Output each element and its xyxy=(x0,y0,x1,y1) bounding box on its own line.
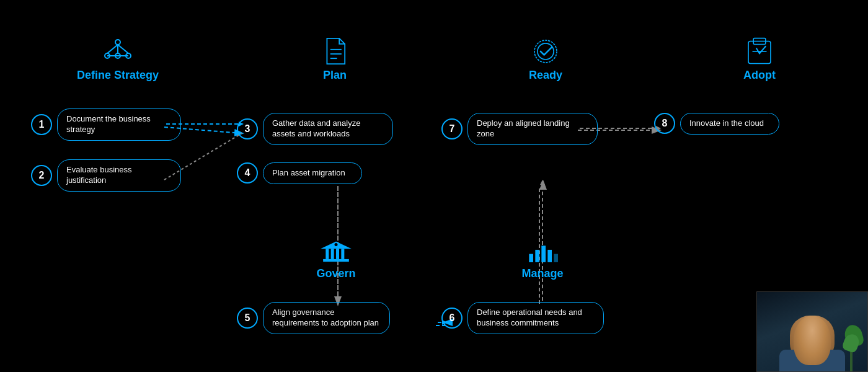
svg-rect-30 xyxy=(326,249,329,259)
step-1-box: 1 Document the business strategy xyxy=(31,108,181,141)
phase-title-ready: Ready xyxy=(529,69,562,82)
step-6-label: Define operational needs and business co… xyxy=(467,302,604,334)
step-3-box: 3 Gather data and analyze assets and wor… xyxy=(237,113,393,145)
svg-marker-14 xyxy=(540,180,545,185)
svg-point-17 xyxy=(115,40,120,45)
step-7-label: Deploy an aligned landing zone xyxy=(467,113,598,145)
network-icon xyxy=(102,37,133,65)
svg-rect-37 xyxy=(535,250,539,262)
svg-line-22 xyxy=(118,45,128,53)
svg-line-21 xyxy=(107,45,118,53)
step-4-number: 4 xyxy=(237,162,258,184)
svg-rect-41 xyxy=(529,260,533,262)
step-5-number: 5 xyxy=(237,308,258,329)
svg-rect-39 xyxy=(547,250,552,262)
svg-rect-32 xyxy=(336,249,339,259)
manage-icon xyxy=(527,239,558,264)
step-2-number: 2 xyxy=(31,165,52,186)
step-4-label: Plan asset migration xyxy=(263,162,362,184)
step-6-box: 6 Define operational needs and business … xyxy=(441,302,604,334)
phase-govern: Govern xyxy=(299,239,373,280)
phase-define-strategy: Define Strategy xyxy=(74,37,161,82)
svg-rect-31 xyxy=(331,249,334,259)
step-5-box: 5 Align governance requirements to adopt… xyxy=(237,302,390,334)
phase-manage: Manage xyxy=(505,239,580,280)
video-person xyxy=(757,292,867,371)
phase-title-manage: Manage xyxy=(521,267,563,280)
video-thumbnail xyxy=(756,291,868,372)
phase-title-plan: Plan xyxy=(323,69,347,82)
phase-plan: Plan xyxy=(304,37,366,82)
ready-icon xyxy=(530,37,561,65)
step-2-box: 2 Evaluate business justification xyxy=(31,159,181,192)
svg-point-35 xyxy=(335,243,338,246)
step-8-box: 8 Innovate in the cloud xyxy=(654,113,779,135)
phase-title-define-strategy: Define Strategy xyxy=(77,69,159,82)
step-7-box: 7 Deploy an aligned landing zone xyxy=(441,113,598,145)
step-2-label: Evaluate business justification xyxy=(57,159,181,192)
step-4-box: 4 Plan asset migration xyxy=(237,162,362,184)
step-6-number: 6 xyxy=(441,308,463,329)
step-1-number: 1 xyxy=(31,114,52,135)
document-icon xyxy=(322,37,347,65)
phase-adopt: Adopt xyxy=(722,37,797,82)
svg-rect-40 xyxy=(554,254,558,262)
step-1-label: Document the business strategy xyxy=(57,108,181,141)
svg-rect-33 xyxy=(341,249,344,259)
step-3-number: 3 xyxy=(237,118,258,140)
svg-rect-29 xyxy=(323,259,349,262)
adopt-icon xyxy=(744,37,775,65)
step-3-label: Gather data and analyze assets and workl… xyxy=(263,113,393,145)
step-5-label: Align governance requirements to adoptio… xyxy=(263,302,390,334)
step-8-number: 8 xyxy=(654,113,675,134)
step-8-label: Innovate in the cloud xyxy=(680,113,779,135)
phase-title-adopt: Adopt xyxy=(743,69,776,82)
phase-title-govern: Govern xyxy=(316,267,355,280)
step-7-number: 7 xyxy=(441,118,463,140)
phase-ready: Ready xyxy=(508,37,583,82)
govern-icon xyxy=(321,239,352,264)
svg-rect-38 xyxy=(541,246,546,262)
diagram-container: Define Strategy Plan Govern xyxy=(0,0,868,372)
